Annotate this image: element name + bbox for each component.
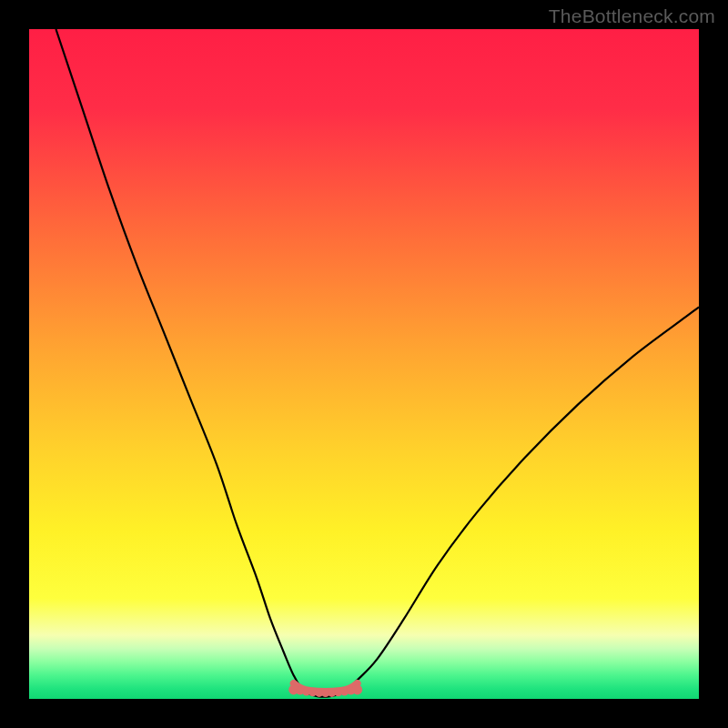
flat-dot xyxy=(352,684,362,694)
plot-background xyxy=(29,29,699,699)
watermark-text: TheBottleneck.com xyxy=(549,5,715,27)
bottleneck-chart xyxy=(0,0,728,728)
chart-frame: TheBottleneck.com xyxy=(0,0,728,728)
